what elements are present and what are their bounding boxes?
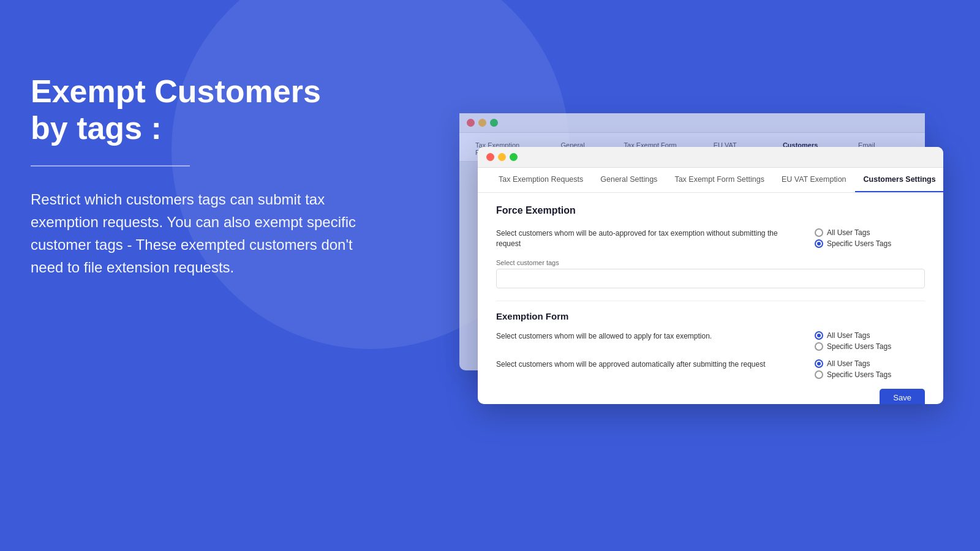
force-exemption-title: Force Exemption (496, 205, 925, 216)
tab-navigation: Tax Exemption Requests General Settings … (478, 168, 943, 193)
radio-circle-all-form2 (815, 359, 823, 368)
exemption-form-row-2: Select customers whom will be approved a… (496, 359, 925, 379)
radio-circle-specific-form1 (815, 342, 823, 351)
radio-label-all-form2: All User Tags (827, 359, 870, 368)
radio-all-user-tags-form1[interactable]: All User Tags (815, 331, 925, 340)
left-panel: Exempt Customers by tags : Restrict whic… (31, 73, 361, 279)
radio-label-all-form1: All User Tags (827, 331, 870, 340)
browser-window: Tax Exemption Requests General Settings … (478, 147, 943, 404)
traffic-light-yellow-bg (478, 119, 486, 127)
save-button[interactable]: Save (880, 389, 925, 404)
traffic-light-green-bg (490, 119, 498, 127)
radio-specific-users-tags-force[interactable]: Specific Users Tags (815, 239, 925, 248)
radio-circle-specific-force (815, 239, 823, 248)
radio-label-all-force: All User Tags (827, 228, 870, 237)
radio-specific-users-tags-form2[interactable]: Specific Users Tags (815, 370, 925, 379)
section-divider (496, 301, 925, 301)
exemption-form-radio-group-2: All User Tags Specific Users Tags (815, 359, 925, 379)
radio-circle-specific-form2 (815, 370, 823, 379)
radio-circle-all-form1 (815, 331, 823, 340)
radio-label-specific-force: Specific Users Tags (827, 239, 891, 248)
traffic-light-red-bg (467, 119, 475, 127)
radio-label-specific-form1: Specific Users Tags (827, 342, 891, 351)
page-heading: Exempt Customers by tags : (31, 73, 361, 147)
radio-circle-all-force (815, 228, 823, 237)
exemption-form-row-1: Select customers whom will be allowed to… (496, 331, 925, 351)
page-description: Restrict which customers tags can submit… (31, 188, 361, 279)
radio-all-user-tags-force[interactable]: All User Tags (815, 228, 925, 237)
force-exemption-row: Select customers whom will be auto-appro… (496, 228, 925, 249)
exemption-form-radio-group-1: All User Tags Specific Users Tags (815, 331, 925, 351)
traffic-light-red (486, 153, 494, 161)
tab-tax-exempt-form-settings[interactable]: Tax Exempt Form Settings (666, 168, 773, 192)
customer-tags-input[interactable] (496, 269, 925, 288)
select-tags-label: Select customer tags (496, 259, 925, 266)
traffic-light-yellow (498, 153, 506, 161)
browser-titlebar (478, 147, 943, 168)
traffic-light-green (510, 153, 518, 161)
radio-label-specific-form2: Specific Users Tags (827, 370, 891, 379)
heading-divider (31, 165, 190, 167)
browser-main-content: Force Exemption Select customers whom wi… (478, 193, 943, 404)
tab-customers-settings[interactable]: Customers Settings (855, 168, 943, 192)
radio-all-user-tags-form2[interactable]: All User Tags (815, 359, 925, 368)
radio-specific-users-tags-form1[interactable]: Specific Users Tags (815, 342, 925, 351)
force-exemption-label: Select customers whom will be auto-appro… (496, 228, 802, 249)
tab-general-settings[interactable]: General Settings (592, 168, 666, 192)
force-exemption-radio-group: All User Tags Specific Users Tags (815, 228, 925, 248)
exemption-form-label-2: Select customers whom will be approved a… (496, 359, 802, 370)
exemption-form-title: Exemption Form (496, 311, 925, 321)
tab-eu-vat-exemption[interactable]: EU VAT Exemption (773, 168, 855, 192)
tab-tax-exemption-requests[interactable]: Tax Exemption Requests (490, 168, 592, 192)
exemption-form-label-1: Select customers whom will be allowed to… (496, 331, 802, 342)
